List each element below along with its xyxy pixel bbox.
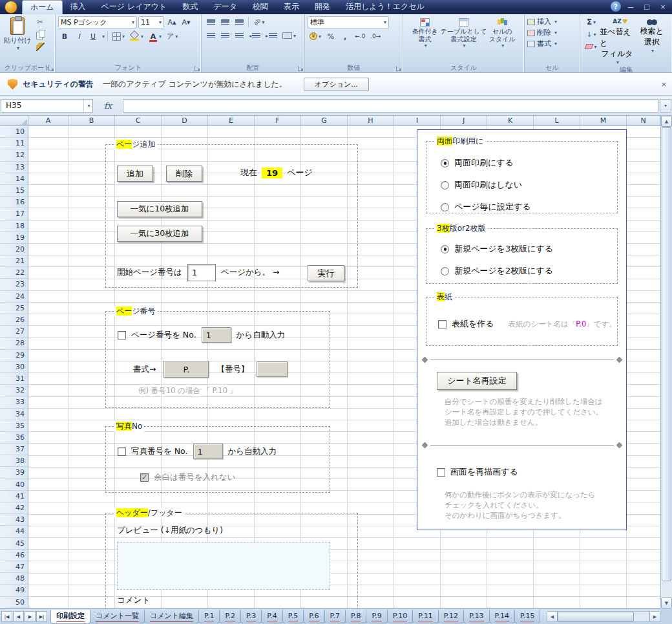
column-header[interactable]: K — [487, 116, 534, 125]
row-header[interactable]: 26 — [0, 314, 28, 326]
column-header[interactable]: I — [394, 116, 441, 125]
ribbon-tab[interactable]: 挿入 — [63, 0, 94, 14]
row-header[interactable]: 46 — [0, 550, 28, 561]
row-header[interactable]: 20 — [0, 244, 28, 255]
scroll-left-icon[interactable] — [547, 612, 558, 621]
radio-option[interactable]: 新規ページを2枚版にする — [441, 265, 553, 277]
row-header[interactable]: 38 — [0, 455, 28, 467]
ribbon-tab[interactable]: 校閲 — [245, 0, 276, 14]
autosum-button[interactable]: Σ — [583, 16, 600, 28]
increase-indent-button[interactable] — [264, 30, 279, 41]
row-header[interactable]: 49 — [0, 585, 28, 596]
row-header[interactable]: 18 — [0, 221, 28, 232]
security-close-icon[interactable] — [661, 80, 667, 89]
formula-bar-expand-button[interactable] — [660, 99, 671, 113]
column-header[interactable]: M — [580, 116, 627, 125]
sheet-tab[interactable]: P.9 — [366, 610, 387, 623]
horizontal-scrollbar-thumb[interactable] — [558, 612, 634, 621]
sheet-tab[interactable]: P.3 — [240, 610, 262, 623]
column-header[interactable]: F — [255, 116, 301, 125]
next-sheet-icon[interactable] — [25, 611, 36, 622]
dialog-launcher-icon[interactable] — [48, 66, 54, 71]
row-header[interactable]: 25 — [0, 303, 28, 314]
radio-option[interactable]: ページ毎に設定する — [441, 201, 531, 213]
close-button[interactable] — [656, 2, 669, 12]
insert-function-button[interactable]: fx — [93, 101, 123, 111]
cut-button[interactable] — [34, 16, 47, 28]
first-sheet-icon[interactable] — [1, 611, 12, 622]
decrease-decimal-button[interactable]: .0→ — [368, 30, 383, 42]
align-top-button[interactable] — [204, 16, 217, 28]
row-header[interactable]: 24 — [0, 291, 28, 303]
minimize-button[interactable] — [624, 2, 637, 12]
page-number-checkbox[interactable] — [118, 331, 126, 339]
sheet-tab[interactable]: 印刷設定 — [50, 610, 90, 624]
vertical-scrollbar-thumb[interactable] — [662, 127, 671, 581]
row-header[interactable]: 22 — [0, 267, 28, 279]
row-header[interactable]: 50 — [0, 597, 28, 608]
scroll-up-icon[interactable] — [661, 116, 672, 127]
align-middle-button[interactable] — [218, 16, 231, 28]
photo-number-start-input[interactable]: 1 — [193, 444, 223, 459]
horizontal-scrollbar[interactable] — [547, 611, 660, 622]
editing-button[interactable]: AZ並べ替えとフィルタ — [600, 16, 635, 65]
dialog-launcher-icon[interactable] — [298, 66, 303, 71]
sheet-tab[interactable]: P.6 — [303, 610, 324, 623]
name-box[interactable]: H35 — [1, 99, 93, 113]
row-header[interactable]: 36 — [0, 432, 28, 444]
reset-sheet-names-button[interactable]: シート名再設定 — [437, 372, 517, 390]
delete-page-button[interactable]: 削除 — [166, 166, 202, 182]
office-button[interactable] — [5, 1, 17, 14]
sheet-tab[interactable]: P.8 — [345, 610, 366, 623]
run-button[interactable]: 実行 — [308, 265, 344, 281]
orientation-button[interactable]: ab — [251, 16, 266, 28]
styles-button[interactable]: 条件付き書式 — [406, 16, 445, 63]
sheet-tab[interactable]: P.1 — [198, 610, 220, 623]
format-suffix-box[interactable] — [257, 361, 288, 377]
grid-area[interactable]: 1011121314151617181920212223242526272829… — [0, 126, 660, 608]
add-10-pages-button[interactable]: 一気に10枚追加 — [117, 201, 202, 217]
redraw-screen-checkbox[interactable] — [437, 468, 445, 477]
row-header[interactable]: 35 — [0, 420, 28, 432]
previous-sheet-icon[interactable] — [13, 611, 24, 622]
make-cover-checkbox[interactable] — [438, 320, 446, 328]
sheet-tab[interactable]: P.5 — [282, 610, 304, 623]
start-page-input[interactable]: 1 — [187, 264, 216, 281]
underline-button[interactable]: U — [87, 30, 100, 42]
ribbon-tab[interactable]: ホーム — [22, 0, 63, 14]
add-30-pages-button[interactable]: 一気に30枚追加 — [117, 226, 202, 242]
row-header[interactable]: 42 — [0, 502, 28, 514]
align-right-button[interactable] — [233, 30, 246, 41]
row-header[interactable]: 34 — [0, 409, 28, 420]
row-header[interactable]: 12 — [0, 149, 28, 161]
row-header[interactable]: 43 — [0, 514, 28, 526]
row-header[interactable]: 40 — [0, 479, 28, 491]
radio-option[interactable]: 両面印刷にする — [441, 157, 531, 169]
cells-button[interactable]: 削除 — [527, 27, 577, 38]
row-header[interactable]: 13 — [0, 162, 28, 173]
row-header[interactable]: 27 — [0, 326, 28, 338]
increase-decimal-button[interactable]: ←.0 — [353, 30, 367, 42]
font-color-button[interactable]: A — [147, 30, 163, 42]
grow-font-button[interactable]: A▴ — [165, 17, 178, 28]
bold-button[interactable]: B — [58, 30, 71, 42]
sheet-tab[interactable]: P.13 — [463, 610, 489, 623]
sheet-tab[interactable]: P.7 — [324, 610, 346, 623]
sheet-tab[interactable]: P.4 — [261, 610, 282, 623]
font-size-combo[interactable]: 11 — [138, 16, 164, 28]
align-bottom-button[interactable] — [233, 16, 246, 28]
row-header[interactable]: 47 — [0, 561, 28, 573]
sheet-tab[interactable]: P.10 — [387, 610, 413, 623]
ribbon-tab[interactable]: データ — [205, 0, 245, 14]
add-page-button[interactable]: 追加 — [117, 166, 153, 182]
column-header[interactable]: D — [162, 116, 208, 125]
editing-button[interactable]: 検索と選択 — [635, 16, 669, 65]
percent-style-button[interactable]: % — [324, 30, 337, 42]
row-header[interactable]: 17 — [0, 208, 28, 220]
scroll-right-icon[interactable] — [649, 612, 660, 621]
phonetic-guide-button[interactable]: ア — [165, 30, 180, 42]
styles-button[interactable]: セルのスタイル — [483, 16, 522, 63]
clear-button[interactable] — [583, 41, 600, 52]
row-header[interactable]: 19 — [0, 232, 28, 244]
row-header[interactable]: 23 — [0, 279, 28, 290]
